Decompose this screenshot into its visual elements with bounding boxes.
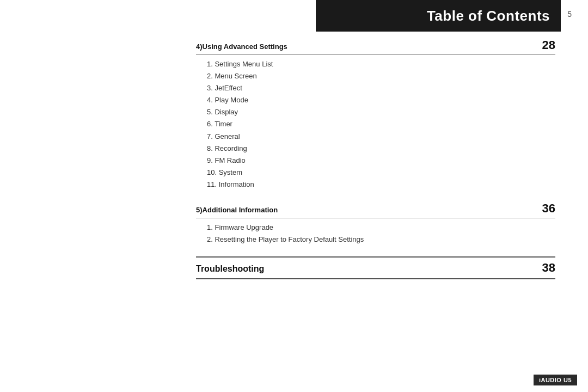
list-item: 6. Timer [207, 118, 555, 130]
section-5-page: 36 [542, 201, 555, 216]
list-item: 11. Information [207, 179, 555, 191]
section-4-page: 28 [542, 38, 555, 52]
section-4-items: 1. Settings Menu List 2. Menu Screen 3. … [196, 58, 555, 191]
list-item: 5. Display [207, 106, 555, 118]
list-item: 1. Settings Menu List [207, 58, 555, 70]
list-item: 2. Menu Screen [207, 70, 555, 82]
content-area: 4)Using Advanced Settings 28 1. Settings… [196, 38, 555, 365]
list-item: 2. Resetting the Player to Factory Defau… [207, 234, 555, 246]
section-5-items: 1. Firmware Upgrade 2. Resetting the Pla… [196, 222, 555, 246]
brand-label: iAUDIO U5 [534, 375, 577, 385]
section-4-header: 4)Using Advanced Settings 28 [196, 38, 555, 55]
troubleshooting-label: Troubleshooting [196, 264, 264, 274]
list-item: 4. Play Mode [207, 94, 555, 106]
section-5-title: 5)Additional Information [196, 206, 278, 214]
troubleshooting-row: Troubleshooting 38 [196, 256, 555, 279]
page-title: Table of Contents [427, 8, 550, 24]
troubleshooting-page: 38 [542, 261, 555, 275]
header-bar: Table of Contents [316, 0, 561, 32]
list-item: 7. General [207, 131, 555, 143]
section-5: 5)Additional Information 36 1. Firmware … [196, 201, 555, 246]
list-item: 3. JetEffect [207, 82, 555, 94]
list-item: 8. Recording [207, 143, 555, 155]
list-item: 9. FM Radio [207, 155, 555, 167]
list-item: 1. Firmware Upgrade [207, 222, 555, 234]
section-4-title: 4)Using Advanced Settings [196, 42, 287, 51]
page-number: 5 [567, 10, 572, 19]
list-item: 10. System [207, 167, 555, 179]
section-5-header: 5)Additional Information 36 [196, 201, 555, 218]
section-4: 4)Using Advanced Settings 28 1. Settings… [196, 38, 555, 191]
